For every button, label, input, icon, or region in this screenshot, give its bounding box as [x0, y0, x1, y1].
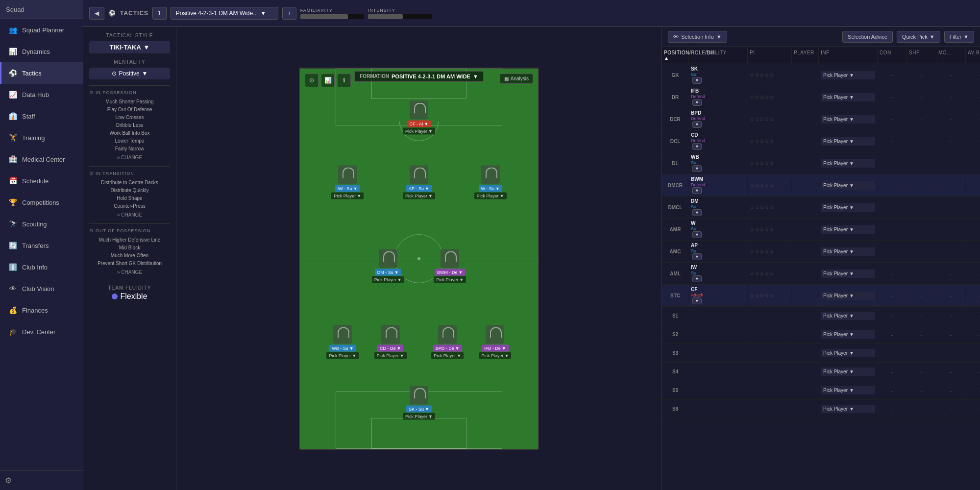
- sidebar-item-tactics[interactable]: ⚽Tactics: [0, 62, 83, 84]
- filter-button[interactable]: Filter ▼: [944, 31, 974, 43]
- settings-icon[interactable]: ⚙: [5, 476, 12, 485]
- th-player[interactable]: PLAYER: [792, 47, 819, 64]
- pick-player-dropdown[interactable]: Pick Player ▼: [821, 137, 875, 146]
- table-row[interactable]: AMC AP Su ▼ ☆☆☆☆☆ Pick Player ▼ - - - - …: [662, 241, 980, 263]
- pick-player-dropdown[interactable]: Pick Player ▼: [821, 225, 875, 234]
- pick-player-dropdown[interactable]: Pick Player ▼: [821, 330, 875, 339]
- in-transition-change-button[interactable]: » CHANGE: [89, 212, 170, 218]
- table-row[interactable]: S6 Pick Player ▼ - - - - -: [662, 400, 980, 418]
- table-row[interactable]: S1 Pick Player ▼ - - - - -: [662, 307, 980, 325]
- role-dropdown[interactable]: ▼: [692, 99, 702, 106]
- sidebar-item-data-hub[interactable]: 📈Data Hub: [0, 84, 83, 105]
- sidebar-item-scouting[interactable]: 🔭Scouting: [0, 213, 83, 235]
- sidebar-item-medical-center[interactable]: 🏥Medical Center: [0, 148, 83, 170]
- field-player-w-su[interactable]: W - Su ▼ Pick Player ▼: [474, 166, 507, 199]
- pick-player-dropdown[interactable]: Pick Player ▼: [821, 349, 875, 357]
- pick-player-button-dm-su[interactable]: Pick Player ▼: [372, 276, 404, 283]
- pick-player-dropdown[interactable]: Pick Player ▼: [821, 181, 875, 190]
- role-dropdown[interactable]: ▼: [692, 253, 702, 260]
- field-player-wb-su[interactable]: WB - Su ▼ Pick Player ▼: [327, 325, 359, 359]
- pick-player-button-ifb-de[interactable]: Pick Player ▼: [479, 352, 512, 359]
- role-badge-ifb-de[interactable]: IFB - De ▼: [482, 345, 508, 352]
- table-row[interactable]: S5 Pick Player ▼ - - - - -: [662, 381, 980, 400]
- add-formation-button[interactable]: +: [282, 7, 296, 20]
- table-row[interactable]: AML IW Su ▼ ☆☆☆☆☆ Pick Player ▼ - - - - …: [662, 263, 980, 285]
- table-row[interactable]: S3 Pick Player ▼ - - - - -: [662, 344, 980, 363]
- role-badge-cd-de[interactable]: CD - De ▼: [377, 345, 403, 352]
- sidebar-item-finances[interactable]: 💰Finances: [0, 299, 83, 321]
- field-info-icon-button[interactable]: ℹ: [337, 74, 351, 87]
- field-player-ifb-de[interactable]: IFB - De ▼ Pick Player ▼: [479, 325, 512, 359]
- table-row[interactable]: DMCR BWM Defend ▼ ☆☆☆☆☆ Pick Player ▼ - …: [662, 174, 980, 196]
- pick-player-dropdown[interactable]: Pick Player ▼: [821, 93, 875, 101]
- role-badge-ap-su[interactable]: AP - Su ▼: [406, 185, 432, 192]
- field-player-dm-su[interactable]: DM - Su ▼ Pick Player ▼: [372, 249, 404, 283]
- th-inf[interactable]: INF: [819, 47, 878, 64]
- analysis-button[interactable]: ▦ Analysis: [500, 74, 533, 84]
- table-row[interactable]: DL WB Su ▼ ☆☆☆☆☆ Pick Player ▼ - - - - -: [662, 152, 980, 174]
- table-row[interactable]: S2 Pick Player ▼ - - - - -: [662, 325, 980, 344]
- selection-advice-button[interactable]: Selection Advice: [842, 31, 893, 43]
- pick-player-dropdown[interactable]: Pick Player ▼: [821, 386, 875, 394]
- field-player-bwm-de[interactable]: BWM - De ▼ Pick Player ▼: [434, 249, 466, 283]
- th-shp[interactable]: SHP: [907, 47, 936, 64]
- sidebar-item-dev-center[interactable]: 🎓Dev. Center: [0, 321, 83, 343]
- field-chart-icon-button[interactable]: 📊: [321, 74, 335, 87]
- table-row[interactable]: DCR BPD Defend ▼ ☆☆☆☆☆ Pick Player ▼ - -…: [662, 108, 980, 130]
- formation-select[interactable]: Positive 4-2-3-1 DM AM Wide... ▼: [171, 7, 278, 20]
- table-row[interactable]: DMCL DM Su ▼ ☆☆☆☆☆ Pick Player ▼ - - - -…: [662, 196, 980, 219]
- table-row[interactable]: S4 Pick Player ▼ - - - - -: [662, 363, 980, 381]
- role-dropdown[interactable]: ▼: [692, 209, 702, 216]
- formation-overlay[interactable]: FORMATION POSITIVE 4-2-3-1 DM AM WIDE ▼: [354, 71, 484, 82]
- sidebar-item-transfers[interactable]: 🔄Transfers: [0, 235, 83, 256]
- sidebar-item-dynamics[interactable]: 📊Dynamics: [0, 41, 83, 62]
- pick-player-dropdown[interactable]: Pick Player ▼: [821, 115, 875, 123]
- pick-player-dropdown[interactable]: Pick Player ▼: [821, 247, 875, 256]
- selection-info-button[interactable]: 👁 Selection Info ▼: [668, 31, 727, 43]
- pick-player-button-wb-su[interactable]: Pick Player ▼: [327, 352, 359, 359]
- role-badge-bwm-de[interactable]: BWM - De ▼: [435, 269, 465, 276]
- table-row[interactable]: AMR W Su ▼ ☆☆☆☆☆ Pick Player ▼ - - - - -: [662, 219, 980, 241]
- field-player-bpd-de[interactable]: BPD - De ▼ Pick Player ▼: [431, 325, 464, 359]
- table-row[interactable]: STC CF Attack ▼ ☆☆☆☆☆ Pick Player ▼ - - …: [662, 285, 980, 307]
- sidebar-item-training[interactable]: 🏋Training: [0, 127, 83, 148]
- tactical-style-badge[interactable]: TIKI-TAKA ▼: [89, 41, 170, 53]
- pick-player-button-cd-de[interactable]: Pick Player ▼: [374, 352, 407, 359]
- field-player-ap-su[interactable]: AP - Su ▼ Pick Player ▼: [403, 166, 435, 199]
- role-dropdown[interactable]: ▼: [692, 297, 702, 304]
- th-avrat[interactable]: AV RAT: [966, 47, 980, 64]
- th-position[interactable]: POSITION/ROLE/DU... ▲: [662, 47, 689, 64]
- th-pi[interactable]: PI: [748, 47, 792, 64]
- table-row[interactable]: DR IFB Defend ▼ ☆☆☆☆☆ Pick Player ▼ - - …: [662, 86, 980, 108]
- role-badge-cf[interactable]: CF - At ▼: [407, 121, 431, 127]
- sidebar-item-schedule[interactable]: 📅Schedule: [0, 170, 83, 192]
- sidebar-item-squad-planner[interactable]: 👥Squad Planner: [0, 19, 83, 41]
- pick-player-dropdown[interactable]: Pick Player ▼: [821, 270, 875, 278]
- pick-player-button-cf[interactable]: Pick Player ▼: [403, 128, 435, 135]
- sidebar-item-club-info[interactable]: ℹ️Club Info: [0, 256, 83, 278]
- role-dropdown[interactable]: ▼: [692, 77, 702, 84]
- table-row[interactable]: GK SK Su ▼ ☆☆☆☆☆ Pick Player ▼ - - - - -: [662, 64, 980, 86]
- role-badge-iw-su[interactable]: IW - Su ▼: [335, 185, 360, 192]
- role-dropdown[interactable]: ▼: [692, 121, 702, 128]
- pick-player-button-sk-su[interactable]: Pick Player ▼: [403, 413, 435, 420]
- table-row[interactable]: DCL CD Defend ▼ ☆☆☆☆☆ Pick Player ▼ - - …: [662, 130, 980, 152]
- pick-player-dropdown[interactable]: Pick Player ▼: [821, 203, 875, 212]
- role-dropdown[interactable]: ▼: [692, 143, 702, 150]
- pick-player-dropdown[interactable]: Pick Player ▼: [821, 292, 875, 300]
- pick-player-button-iw-su[interactable]: Pick Player ▼: [331, 193, 364, 199]
- field-player-cd-de[interactable]: CD - De ▼ Pick Player ▼: [374, 325, 407, 359]
- role-badge-w-su[interactable]: W - Su ▼: [479, 185, 502, 192]
- pick-player-dropdown[interactable]: Pick Player ▼: [821, 71, 875, 79]
- th-con[interactable]: CON: [878, 47, 907, 64]
- out-of-possession-change-button[interactable]: » CHANGE: [89, 270, 170, 275]
- pick-player-button-w-su[interactable]: Pick Player ▼: [474, 193, 507, 199]
- role-badge-sk-su[interactable]: SK - Su ▼: [406, 406, 432, 413]
- back-button[interactable]: ◀: [89, 7, 104, 20]
- pick-player-button-bwm-de[interactable]: Pick Player ▼: [434, 276, 466, 283]
- role-badge-dm-su[interactable]: DM - Su ▼: [375, 269, 401, 276]
- quick-pick-button[interactable]: Quick Pick ▼: [897, 31, 940, 43]
- field-player-iw-su[interactable]: IW - Su ▼ Pick Player ▼: [331, 166, 364, 199]
- role-dropdown[interactable]: ▼: [692, 187, 702, 194]
- role-dropdown[interactable]: ▼: [692, 275, 702, 282]
